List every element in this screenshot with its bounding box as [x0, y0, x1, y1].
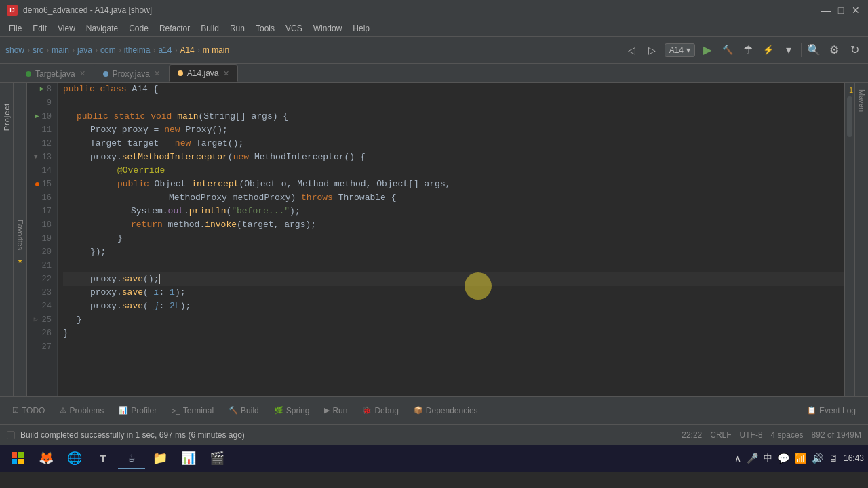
minimize-button[interactable]: — [821, 5, 831, 16]
bottom-tab-build[interactable]: 🔨 Build [222, 403, 266, 418]
wechat-icon[interactable]: 💬 [778, 453, 789, 464]
fold-gutter-25[interactable]: ▷ [33, 313, 39, 327]
scrollbar-thumb[interactable] [847, 96, 852, 137]
volume-icon[interactable]: 🔊 [812, 453, 823, 464]
taskbar-explorer[interactable]: 📁 [146, 446, 174, 470]
project-sidebar-label[interactable]: Project [3, 103, 11, 131]
menu-item-help[interactable]: Help [347, 22, 375, 35]
menu-item-build[interactable]: Build [195, 22, 224, 35]
svg-rect-2 [12, 459, 17, 464]
favorites-sidebar[interactable]: Favorites ★ [14, 83, 27, 396]
editor-container: ▶ 8 9 ▶ 10 11 12 ▼ 13 14 15 16 17 18 19 [27, 83, 854, 396]
ime-icon[interactable]: 中 [764, 452, 772, 464]
bottom-tab-terminal[interactable]: >_ Terminal [165, 403, 220, 418]
menu-item-tools[interactable]: Tools [250, 22, 280, 35]
menu-item-edit[interactable]: Edit [27, 22, 52, 35]
bc-java[interactable]: java [77, 45, 92, 55]
coverage-button[interactable]: ☂ [740, 42, 756, 58]
indent[interactable]: 4 spaces [771, 430, 804, 440]
network-icon[interactable]: 🖥 [829, 453, 838, 464]
breakpoint-15[interactable] [35, 182, 39, 186]
line-22-num: 22 [33, 272, 52, 286]
tab-target-java[interactable]: Target.java ✕ [17, 64, 94, 82]
up-arrow-icon[interactable]: ∧ [734, 453, 741, 464]
bottom-tab-dependencies[interactable]: 📦 Dependencies [407, 403, 485, 418]
tab-close-target[interactable]: ✕ [79, 69, 85, 78]
microphone-icon[interactable]: 🎤 [747, 453, 758, 464]
menu-item-run[interactable]: Run [224, 22, 250, 35]
svg-rect-3 [18, 459, 24, 464]
menu-item-view[interactable]: View [52, 22, 81, 35]
navigate-back-button[interactable]: ◁ [624, 42, 640, 58]
line-ending[interactable]: CRLF [710, 430, 731, 440]
event-log-tab[interactable]: 📋 Event Log [800, 403, 863, 418]
start-button[interactable] [4, 445, 31, 472]
search-button[interactable]: 🔍 [806, 42, 822, 58]
bottom-tab-run[interactable]: ▶ Run [317, 403, 354, 418]
bottom-tab-spring[interactable]: 🌿 Spring [267, 403, 317, 418]
code-line-20: }); [63, 245, 844, 259]
bc-main-method[interactable]: m main [203, 45, 229, 55]
build-button[interactable]: 🔨 [719, 42, 736, 58]
settings-button[interactable]: ⚙ [826, 42, 842, 58]
encoding[interactable]: UTF-8 [740, 430, 763, 440]
taskbar-chrome[interactable]: 🌐 [61, 446, 88, 470]
menu-item-refactor[interactable]: Refactor [154, 22, 195, 35]
maven-sidebar-label[interactable]: Maven [858, 89, 866, 112]
spring-label: Spring [286, 406, 310, 415]
run-label: Run [332, 406, 347, 415]
taskbar-excel[interactable]: 📊 [175, 446, 202, 470]
tab-proxy-java[interactable]: Proxy.java ✕ [94, 64, 169, 82]
bottom-tab-debug[interactable]: 🐞 Debug [355, 403, 405, 418]
navigate-forward-button[interactable]: ▷ [644, 42, 660, 58]
menu-item-window[interactable]: Window [308, 22, 348, 35]
menu-item-navigate[interactable]: Navigate [81, 22, 123, 35]
update-button[interactable]: ↻ [846, 42, 863, 58]
code-line-25: } [63, 313, 844, 327]
tab-close-a14[interactable]: ✕ [223, 69, 229, 78]
run-gutter-8[interactable]: ▶ [40, 83, 44, 96]
restore-button[interactable]: □ [835, 5, 846, 16]
wifi-icon[interactable]: 📶 [795, 453, 806, 464]
menu-item-vcs[interactable]: VCS [280, 22, 308, 35]
maven-sidebar[interactable]: Maven [854, 83, 868, 396]
run-button[interactable]: ▶ [699, 42, 715, 58]
profiler-label: Profiler [131, 406, 157, 415]
todo-label: TODO [22, 406, 45, 415]
more-run-actions-button[interactable]: ▾ [781, 42, 797, 58]
menu-item-file[interactable]: File [3, 22, 27, 35]
bc-a14[interactable]: a14 [158, 45, 172, 55]
code-area[interactable]: public class A14 { public static void ma… [58, 83, 844, 396]
fold-gutter-13[interactable]: ▼ [33, 150, 39, 164]
tab-a14-java[interactable]: A14.java ✕ [169, 64, 238, 82]
dependencies-label: Dependencies [426, 406, 478, 415]
close-button[interactable]: ✕ [850, 5, 861, 16]
favorites-label[interactable]: Favorites [16, 220, 24, 250]
taskbar-video[interactable]: 🎬 [203, 446, 231, 470]
run-gutter-10[interactable]: ▶ [35, 110, 39, 123]
breadcrumb: show › src › main › java › com › itheima… [5, 45, 229, 55]
bottom-tab-problems[interactable]: ⚠ Problems [53, 403, 111, 418]
taskbar-firefox[interactable]: 🦊 [33, 446, 60, 470]
profiler-button[interactable]: ⚡ [760, 42, 776, 58]
code-line-8: public class A14 { [63, 83, 844, 96]
bc-com[interactable]: com [100, 45, 116, 55]
project-sidebar[interactable]: Project [0, 83, 14, 396]
line-27-num: 27 [33, 340, 52, 354]
bc-A14[interactable]: A14 [180, 45, 194, 55]
bc-itheima[interactable]: itheima [124, 45, 151, 55]
bottom-tab-profiler[interactable]: 📊 Profiler [112, 403, 163, 418]
taskbar-intellij[interactable]: ☕ [118, 446, 145, 470]
bc-show[interactable]: show [5, 45, 24, 55]
run-config-dropdown[interactable]: A14 ▾ [665, 43, 695, 57]
status-message: Build completed successfully in 1 sec, 6… [20, 430, 676, 440]
taskbar-text[interactable]: T [90, 446, 117, 470]
tab-close-proxy[interactable]: ✕ [154, 69, 160, 78]
bc-src[interactable]: src [33, 45, 43, 55]
bottom-tab-todo[interactable]: ☑ TODO [5, 403, 52, 418]
clock[interactable]: 16:43 [844, 453, 864, 464]
bc-main[interactable]: main [52, 45, 69, 55]
menu-item-code[interactable]: Code [123, 22, 154, 35]
build-icon: 🔨 [229, 406, 238, 415]
run-config-label: A14 [669, 45, 684, 55]
